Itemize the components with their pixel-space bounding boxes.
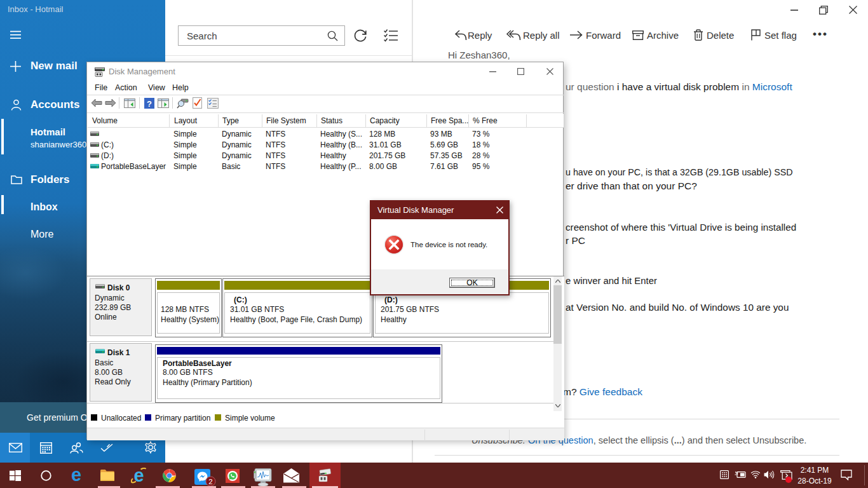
- svg-text:2: 2: [208, 478, 212, 485]
- svg-text:?: ?: [147, 99, 152, 109]
- svg-text:e: e: [71, 468, 81, 484]
